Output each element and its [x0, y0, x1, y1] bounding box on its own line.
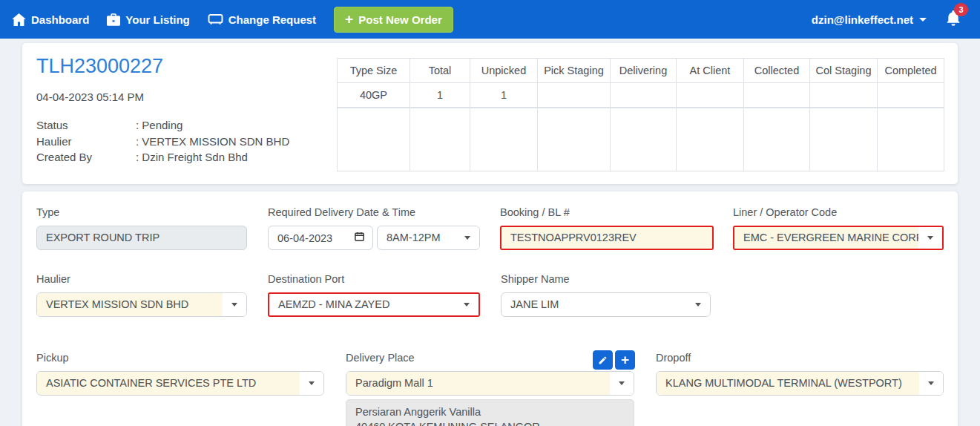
- select-button: [686, 293, 710, 316]
- chevron-down-icon: [927, 236, 933, 240]
- chevron-down-icon: [231, 303, 237, 307]
- table-cell: [410, 108, 470, 171]
- delivery-place-value: Paradigm Mall 1: [346, 372, 610, 395]
- container-status-table: Type Size Total Unpicked Pick Staging De…: [337, 58, 944, 171]
- destination-port-select[interactable]: AEMZD - MINA ZAYED: [268, 292, 480, 317]
- nav-dashboard-label: Dashboard: [31, 13, 89, 26]
- table-cell: [744, 108, 810, 171]
- table-cell: [878, 83, 944, 108]
- pickup-value: ASIATIC CONTAINER SERVICES PTE LTD: [37, 372, 300, 395]
- table-header-cell: Col Staging: [810, 59, 878, 83]
- nav-change-request[interactable]: Change Request: [208, 13, 316, 26]
- table-header-cell: Delivering: [611, 59, 677, 83]
- dropoff-value: KLANG MULTIMODAL TERMINAL (WESTPORT): [657, 372, 919, 395]
- table-cell: [611, 83, 677, 108]
- select-button: [919, 372, 943, 395]
- home-icon: [12, 13, 26, 26]
- order-id: TLH23000227: [36, 55, 163, 78]
- select-button: [456, 226, 479, 249]
- table-cell: [538, 83, 611, 108]
- shipper-name-select[interactable]: JANE LIM: [501, 292, 711, 317]
- chevron-down-icon: [928, 381, 934, 385]
- haulier-select[interactable]: VERTEX MISSION SDN BHD: [36, 292, 247, 317]
- type-field: EXPORT ROUND TRIP: [36, 226, 247, 250]
- table-row: 40GP 1 1: [338, 83, 944, 108]
- shipper-name-value: JANE LIM: [501, 293, 686, 316]
- plus-icon: +: [621, 353, 629, 367]
- add-delivery-place-button[interactable]: +: [615, 350, 635, 370]
- order-form-card: Type EXPORT ROUND TRIP Required Delivery…: [22, 191, 958, 426]
- delivery-date-input[interactable]: 06-04-2023: [268, 226, 373, 250]
- bell-icon: [946, 16, 961, 28]
- chevron-down-icon: [464, 236, 470, 240]
- briefcase-icon: [107, 13, 120, 26]
- table-cell: [677, 83, 744, 108]
- type-label: Type: [36, 206, 59, 218]
- liner-label: Liner / Operator Code: [733, 206, 837, 218]
- delivery-place-select[interactable]: Paradigm Mall 1: [346, 371, 634, 396]
- nav-your-listing[interactable]: Your Listing: [107, 13, 189, 26]
- liner-value: EMC - EVERGREEN MARINE CORP(MAL...: [734, 227, 918, 249]
- table-cell: [677, 108, 744, 171]
- post-new-order-label: Post New Order: [358, 13, 442, 26]
- select-button: [223, 293, 246, 316]
- table-header-cell: Type Size: [338, 59, 410, 83]
- plus-icon: +: [345, 12, 353, 26]
- order-details: Status : Pending Haulier : VERTEX MISSIO…: [36, 117, 289, 166]
- table-header-cell: Completed: [878, 59, 944, 83]
- table-cell: 40GP: [338, 83, 410, 108]
- liner-select[interactable]: EMC - EVERGREEN MARINE CORP(MAL...: [733, 226, 944, 250]
- detail-label: Created By: [36, 149, 136, 166]
- delivery-time-select[interactable]: 8AM-12PM: [377, 226, 480, 250]
- post-new-order-button[interactable]: + Post New Order: [334, 7, 453, 33]
- table-cell: [611, 108, 677, 171]
- table-header-row: Type Size Total Unpicked Pick Staging De…: [338, 59, 944, 83]
- detail-label: Haulier: [36, 134, 136, 150]
- table-cell: 1: [410, 83, 470, 108]
- table-cell: [538, 108, 611, 171]
- required-delivery-label: Required Delivery Date & Time: [268, 206, 415, 218]
- booking-input[interactable]: TESTNOAPPRV0123REV: [500, 226, 714, 250]
- table-cell: [338, 108, 410, 171]
- top-navbar: Dashboard Your Listing Change Request + …: [0, 0, 980, 39]
- chevron-down-icon: [619, 381, 625, 385]
- nav-dashboard[interactable]: Dashboard: [12, 13, 89, 26]
- order-datetime: 04-04-2023 05:14 PM: [36, 91, 144, 103]
- table-header-cell: Collected: [744, 59, 810, 83]
- calendar-icon: [354, 231, 365, 245]
- select-button: [610, 372, 634, 395]
- edit-delivery-place-button[interactable]: [593, 350, 613, 370]
- destination-port-value: AEMZD - MINA ZAYED: [269, 294, 455, 315]
- user-menu[interactable]: dzin@linkeffect.net: [812, 13, 927, 26]
- table-header-cell: At Client: [677, 59, 744, 83]
- navbar-right: dzin@linkeffect.net 3: [812, 10, 968, 29]
- detail-value: : Pending: [136, 117, 182, 134]
- detail-row-created-by: Created By : Dzin Freight Sdn Bhd: [36, 149, 289, 166]
- table-cell: [878, 108, 944, 171]
- user-email: dzin@linkeffect.net: [812, 13, 913, 26]
- table-header-cell: Total: [410, 59, 470, 83]
- table-row: [338, 108, 944, 171]
- select-button: [918, 227, 942, 249]
- shipper-name-label: Shipper Name: [501, 273, 570, 285]
- notifications-button[interactable]: 3: [946, 10, 961, 29]
- delivery-time-value: 8AM-12PM: [378, 226, 456, 249]
- address-line-2: 40460 KOTA KEMUNING SELANGOR: [355, 420, 625, 426]
- table-cell: [744, 83, 810, 108]
- nav-change-request-label: Change Request: [228, 13, 316, 26]
- pickup-select[interactable]: ASIATIC CONTAINER SERVICES PTE LTD: [36, 371, 324, 396]
- table-header-cell: Pick Staging: [538, 59, 611, 83]
- detail-value: : VERTEX MISSION SDN BHD: [136, 134, 289, 150]
- haulier-label: Haulier: [36, 273, 70, 285]
- dropoff-select[interactable]: KLANG MULTIMODAL TERMINAL (WESTPORT): [656, 371, 944, 396]
- table-cell: [810, 83, 878, 108]
- delivery-date-value: 06-04-2023: [277, 232, 354, 244]
- select-button: [455, 294, 479, 315]
- detail-value: : Dzin Freight Sdn Bhd: [136, 149, 248, 166]
- delivery-place-address: Persiaran Anggerik Vanilla 40460 KOTA KE…: [346, 399, 634, 426]
- detail-label: Status: [36, 117, 136, 134]
- table-cell: 1: [470, 83, 538, 108]
- haulier-value: VERTEX MISSION SDN BHD: [37, 293, 223, 316]
- booking-label: Booking / BL #: [500, 206, 570, 218]
- detail-row-status: Status : Pending: [36, 117, 289, 134]
